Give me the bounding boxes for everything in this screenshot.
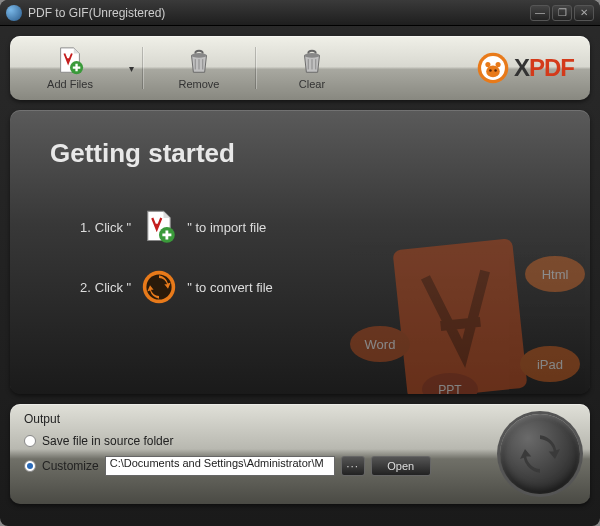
customize-radio[interactable] <box>24 460 36 472</box>
trash-icon <box>297 46 327 76</box>
add-files-button[interactable]: Add Files <box>20 40 120 96</box>
svg-point-8 <box>489 69 492 72</box>
app-window: PDF to GIF(Unregistered) — ❐ ✕ Add Files… <box>0 0 600 526</box>
output-panel: Output Save file in source folder Custom… <box>10 404 590 504</box>
brand-logo-area: XPDF <box>476 51 580 85</box>
save-in-source-radio[interactable] <box>24 435 36 447</box>
pdf-add-icon <box>55 46 85 76</box>
remove-label: Remove <box>179 78 220 90</box>
separator <box>142 47 143 89</box>
step-1-number: 1. <box>80 220 91 235</box>
maximize-button[interactable]: ❐ <box>552 5 572 21</box>
open-button[interactable]: Open <box>371 456 431 476</box>
close-button[interactable]: ✕ <box>574 5 594 21</box>
app-icon <box>6 5 22 21</box>
minimize-button[interactable]: — <box>530 5 550 21</box>
step-1-pre: Click " <box>95 220 131 235</box>
convert-icon <box>141 269 177 305</box>
output-path-input[interactable]: C:\Documents and Settings\Administrator\… <box>105 456 335 476</box>
background-art: Html Word PPT iPad <box>340 214 590 394</box>
svg-point-9 <box>494 69 497 72</box>
trash-icon <box>184 46 214 76</box>
pdf-add-icon <box>141 209 177 245</box>
step-2-pre: Click " <box>95 280 131 295</box>
step-1-post: " to import file <box>187 220 266 235</box>
toolbar: Add Files ▾ Remove <box>10 36 590 100</box>
clear-label: Clear <box>299 78 325 90</box>
svg-text:Html: Html <box>542 267 569 282</box>
output-label: Output <box>24 412 576 426</box>
svg-point-5 <box>486 65 500 77</box>
step-2-post: " to convert file <box>187 280 273 295</box>
clear-button[interactable]: Clear <box>262 40 362 96</box>
svg-point-2 <box>305 53 320 58</box>
svg-text:Word: Word <box>365 337 396 352</box>
svg-text:iPad: iPad <box>537 357 563 372</box>
convert-button[interactable] <box>500 414 580 494</box>
svg-point-1 <box>192 53 207 58</box>
brand-text: XPDF <box>514 54 574 82</box>
svg-text:PPT: PPT <box>438 383 462 394</box>
convert-arrows-icon <box>515 429 565 479</box>
titlebar: PDF to GIF(Unregistered) — ❐ ✕ <box>0 0 600 26</box>
add-files-dropdown[interactable]: ▾ <box>126 40 136 96</box>
remove-button[interactable]: Remove <box>149 40 249 96</box>
separator <box>255 47 256 89</box>
add-files-label: Add Files <box>47 78 93 90</box>
step-2-number: 2. <box>80 280 91 295</box>
main-panel: Html Word PPT iPad Getting started 1. Cl… <box>10 110 590 394</box>
svg-point-7 <box>496 62 501 67</box>
getting-started-heading: Getting started <box>50 138 550 169</box>
ox-logo-icon <box>476 51 510 85</box>
browse-button[interactable]: ··· <box>341 456 365 476</box>
svg-rect-10 <box>392 238 527 394</box>
save-in-source-label: Save file in source folder <box>42 434 173 448</box>
svg-point-6 <box>485 62 490 67</box>
window-title: PDF to GIF(Unregistered) <box>28 6 530 20</box>
customize-label: Customize <box>42 459 99 473</box>
